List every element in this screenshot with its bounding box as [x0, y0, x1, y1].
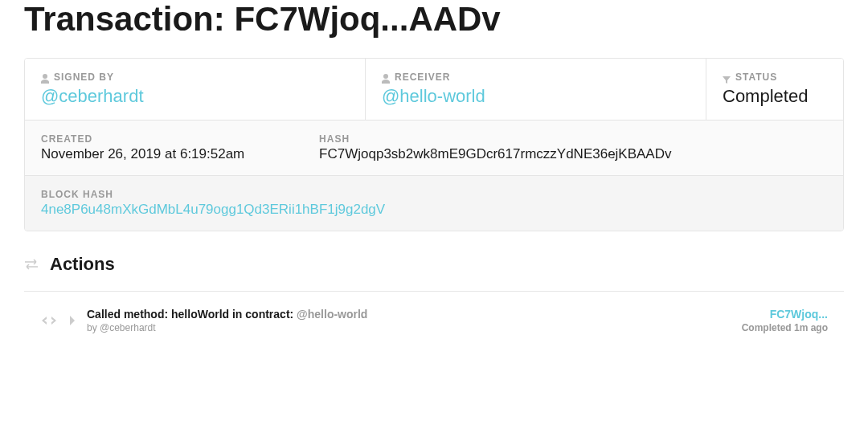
hash-label: HASH [319, 133, 827, 145]
created-cell: CREATED November 26, 2019 at 6:19:52am [25, 121, 303, 175]
status-label-row: STATUS [723, 72, 827, 83]
action-title: Called method: helloWorld in contract: @… [87, 308, 731, 321]
page-title: Transaction: FC7Wjoq...AADv [24, 0, 844, 39]
receiver-label: RECEIVER [395, 72, 450, 83]
byline-prefix: by [87, 322, 100, 333]
summary-bottom-row: BLOCK HASH 4ne8P6u48mXkGdMbL4u79ogg1Qd3E… [25, 175, 843, 231]
summary-mid-row: CREATED November 26, 2019 at 6:19:52am H… [25, 120, 843, 175]
actions-title: Actions [50, 254, 115, 275]
hash-value: FC7Wjoqp3sb2wk8mE9GDcr617rmczzYdNE36ejKB… [319, 146, 827, 162]
filter-icon [723, 73, 731, 81]
action-row[interactable]: Called method: helloWorld in contract: @… [24, 308, 844, 333]
status-value: Completed [723, 86, 827, 107]
signed-by-link[interactable]: @ceberhardt [41, 86, 349, 107]
transfer-arrows-icon [24, 258, 39, 271]
transaction-summary-card: SIGNED BY @ceberhardt RECEIVER @hello-wo… [24, 58, 844, 231]
action-tx-link[interactable]: FC7Wjoq... [742, 308, 828, 321]
actions-header: Actions [24, 254, 844, 275]
action-prefix: Called method: [87, 308, 171, 321]
created-label: CREATED [41, 133, 287, 145]
user-icon [382, 72, 390, 82]
action-method: helloWorld [171, 308, 229, 321]
code-icon [40, 312, 58, 329]
action-byline: by @ceberhardt [87, 322, 731, 333]
block-hash-label: BLOCK HASH [41, 189, 827, 200]
chevron-right-icon [69, 315, 76, 326]
hash-cell: HASH FC7Wjoqp3sb2wk8mE9GDcr617rmczzYdNE3… [303, 121, 843, 175]
action-mid: in contract: [229, 308, 297, 321]
block-hash-link[interactable]: 4ne8P6u48mXkGdMbL4u79ogg1Qd3ERii1hBF1j9g… [41, 202, 827, 218]
receiver-link[interactable]: @hello-world [382, 86, 690, 107]
status-cell: STATUS Completed [706, 59, 843, 120]
signed-by-label: SIGNED BY [54, 72, 114, 83]
summary-top-row: SIGNED BY @ceberhardt RECEIVER @hello-wo… [25, 59, 843, 120]
status-label: STATUS [735, 72, 777, 83]
signed-by-cell: SIGNED BY @ceberhardt [25, 59, 366, 120]
action-contract-link[interactable]: @hello-world [297, 308, 367, 321]
signed-by-label-row: SIGNED BY [41, 72, 349, 83]
action-right: FC7Wjoq... Completed 1m ago [742, 308, 828, 333]
action-main: Called method: helloWorld in contract: @… [87, 308, 731, 333]
receiver-cell: RECEIVER @hello-world [366, 59, 706, 120]
divider [24, 291, 844, 292]
title-hash: FC7Wjoq...AADv [234, 0, 500, 38]
user-icon [41, 72, 49, 82]
created-value: November 26, 2019 at 6:19:52am [41, 146, 287, 162]
block-hash-cell: BLOCK HASH 4ne8P6u48mXkGdMbL4u79ogg1Qd3E… [25, 176, 843, 231]
byline-user: @ceberhardt [100, 322, 156, 333]
title-prefix: Transaction: [24, 0, 234, 38]
action-status: Completed 1m ago [742, 322, 828, 333]
receiver-label-row: RECEIVER [382, 72, 690, 83]
